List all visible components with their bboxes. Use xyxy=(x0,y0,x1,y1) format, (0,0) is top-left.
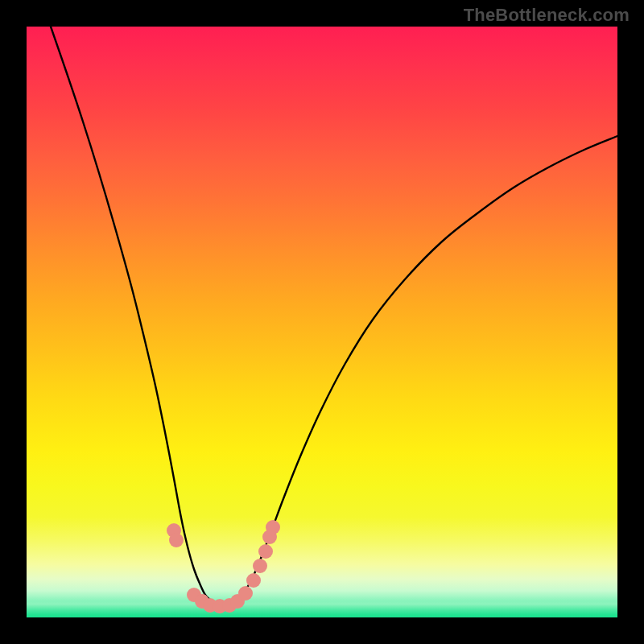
chart-frame: TheBottleneck.com xyxy=(0,0,644,644)
data-marker xyxy=(238,586,253,601)
watermark-text: TheBottleneck.com xyxy=(464,5,630,26)
plot-area xyxy=(27,27,617,617)
curve-right-arm xyxy=(223,136,617,606)
data-marker xyxy=(258,544,273,559)
curve-left-arm xyxy=(51,27,223,606)
data-marker xyxy=(253,559,267,573)
data-marker xyxy=(266,520,280,535)
data-marker xyxy=(169,533,184,547)
data-marker xyxy=(246,573,261,588)
chart-svg xyxy=(27,27,617,617)
